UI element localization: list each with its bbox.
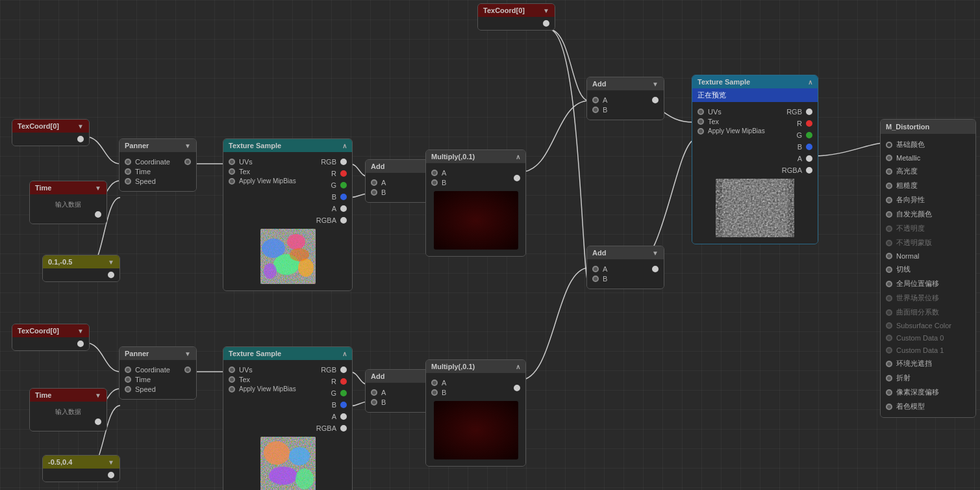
texcoord2-header[interactable]: TexCoord[0] ▼ xyxy=(12,324,89,337)
tsl-uvs-port[interactable] xyxy=(697,109,704,115)
time2-header[interactable]: Time ▼ xyxy=(30,389,107,402)
md-world-disp-port[interactable] xyxy=(886,295,892,302)
texcoord2-chevron[interactable]: ▼ xyxy=(77,328,84,335)
md-normal-port[interactable] xyxy=(886,253,892,259)
add-mid1-chevron[interactable]: ▼ xyxy=(652,81,659,88)
ts1-g-port[interactable] xyxy=(340,182,347,188)
add-mid2-chevron[interactable]: ▼ xyxy=(652,250,659,257)
md-roughness-port[interactable] xyxy=(886,183,892,189)
md-anisotropy-port[interactable] xyxy=(886,197,892,203)
panner2-speed-port[interactable] xyxy=(125,386,131,393)
panner2-header[interactable]: Panner ▼ xyxy=(119,347,196,360)
mul2-b-port[interactable] xyxy=(431,389,438,396)
panner2-out-port[interactable] xyxy=(184,367,191,373)
mul1-b-port[interactable] xyxy=(431,179,438,186)
add-top1-a-port[interactable] xyxy=(371,179,377,186)
md-opacity-port[interactable] xyxy=(886,226,892,232)
md-shading-model-port[interactable] xyxy=(886,404,892,410)
add-mid2-out-port[interactable] xyxy=(652,266,659,272)
const2-header[interactable]: -0.5,0.4 ▼ xyxy=(43,456,119,469)
add-mid1-out-port[interactable] xyxy=(652,97,659,103)
add-mid2-b-port[interactable] xyxy=(592,276,599,282)
const1-chevron[interactable]: ▼ xyxy=(108,259,114,266)
ts1-mip-port[interactable] xyxy=(229,178,235,185)
ts1-tex-port[interactable] xyxy=(229,168,235,175)
add-mid2-a-port[interactable] xyxy=(592,266,599,272)
md-tangent-port[interactable] xyxy=(886,266,892,273)
tsl-g-port[interactable] xyxy=(806,132,812,138)
mul2-a-port[interactable] xyxy=(431,380,438,386)
ts1-rgba-port[interactable] xyxy=(340,217,347,224)
texsample1-header[interactable]: Texture Sample ∧ xyxy=(223,139,352,152)
ts2-rgba-port[interactable] xyxy=(340,425,347,432)
multiply2-header[interactable]: Multiply(,0.1) ∧ xyxy=(426,360,525,373)
md-refraction-port[interactable] xyxy=(886,375,892,381)
texsample1-chevron[interactable]: ∧ xyxy=(342,142,347,149)
md-specular-port[interactable] xyxy=(886,168,892,175)
tsl-rgba-port[interactable] xyxy=(806,167,812,174)
md-custom1-port[interactable] xyxy=(886,347,892,354)
tsl-tex-port[interactable] xyxy=(697,118,704,125)
texcoord1-output[interactable] xyxy=(77,136,84,142)
texsample2-header[interactable]: Texture Sample ∧ xyxy=(223,347,352,360)
multiply1-header[interactable]: Multiply(,0.1) ∧ xyxy=(426,150,525,163)
texsample2-chevron[interactable]: ∧ xyxy=(342,350,347,357)
multiply1-chevron[interactable]: ∧ xyxy=(516,153,520,161)
ts1-b-port[interactable] xyxy=(340,194,347,200)
tsl-b-port[interactable] xyxy=(806,144,812,150)
tsl-mip-port[interactable] xyxy=(697,128,704,135)
add-mid1-b-port[interactable] xyxy=(592,107,599,113)
texcoord-top-output[interactable] xyxy=(543,20,549,27)
md-world-offset-port[interactable] xyxy=(886,281,892,287)
panner1-time-port[interactable] xyxy=(125,168,131,175)
ts2-mip-port[interactable] xyxy=(229,386,235,393)
mul2-out-port[interactable] xyxy=(514,385,520,391)
texcoord-top-header[interactable]: TexCoord[0] ▼ xyxy=(478,4,555,17)
texcoord2-output[interactable] xyxy=(77,341,84,347)
ts1-r-port[interactable] xyxy=(340,170,347,177)
md-ao-port[interactable] xyxy=(886,361,892,367)
panner1-speed-port[interactable] xyxy=(125,178,131,185)
time2-chevron[interactable]: ▼ xyxy=(95,392,101,399)
ts1-rgb-port[interactable] xyxy=(340,159,347,165)
time1-chevron[interactable]: ▼ xyxy=(95,185,101,192)
md-tess-port[interactable] xyxy=(886,309,892,316)
md-opacity-mask-port[interactable] xyxy=(886,240,892,246)
add-mid1-header[interactable]: Add ▼ xyxy=(587,77,664,90)
mul1-a-port[interactable] xyxy=(431,170,438,176)
md-base-color-port[interactable] xyxy=(886,142,892,148)
ts2-r-port[interactable] xyxy=(340,378,347,385)
md-emissive-port[interactable] xyxy=(886,211,892,218)
const2-chevron[interactable]: ▼ xyxy=(108,459,114,466)
panner1-header[interactable]: Panner ▼ xyxy=(119,139,196,152)
texcoord-top-chevron[interactable]: ▼ xyxy=(543,7,549,14)
add-top2-a-port[interactable] xyxy=(371,389,377,396)
panner1-chevron[interactable]: ▼ xyxy=(184,142,191,149)
md-metallic-port[interactable] xyxy=(886,155,892,161)
ts2-g-port[interactable] xyxy=(340,390,347,396)
mul1-out-port[interactable] xyxy=(514,175,520,181)
time2-output[interactable] xyxy=(95,419,101,425)
ts2-rgb-port[interactable] xyxy=(340,367,347,373)
tsl-rgb-port[interactable] xyxy=(806,109,812,115)
ts1-uvs-port[interactable] xyxy=(229,159,235,165)
const1-header[interactable]: 0.1,-0.5 ▼ xyxy=(43,255,119,268)
ts2-tex-port[interactable] xyxy=(229,376,235,383)
texcoord1-chevron[interactable]: ▼ xyxy=(77,123,84,130)
const2-output[interactable] xyxy=(108,472,114,478)
md-custom0-port[interactable] xyxy=(886,335,892,341)
ts1-a-port[interactable] xyxy=(340,205,347,212)
ts2-uvs-port[interactable] xyxy=(229,367,235,373)
time1-header[interactable]: Time ▼ xyxy=(30,181,107,194)
add-mid2-header[interactable]: Add ▼ xyxy=(587,246,664,259)
ts2-b-port[interactable] xyxy=(340,402,347,408)
texcoord1-header[interactable]: TexCoord[0] ▼ xyxy=(12,120,89,133)
texsample-large-header[interactable]: Texture Sample ∧ xyxy=(692,75,818,88)
md-subsurface-port[interactable] xyxy=(886,322,892,329)
ts2-a-port[interactable] xyxy=(340,413,347,420)
panner2-time-port[interactable] xyxy=(125,376,131,383)
multiply2-chevron[interactable]: ∧ xyxy=(516,363,520,370)
m-distortion-header[interactable]: M_Distortion xyxy=(881,120,975,134)
panner2-coord-port[interactable] xyxy=(125,367,131,373)
panner1-out-port[interactable] xyxy=(184,159,191,165)
